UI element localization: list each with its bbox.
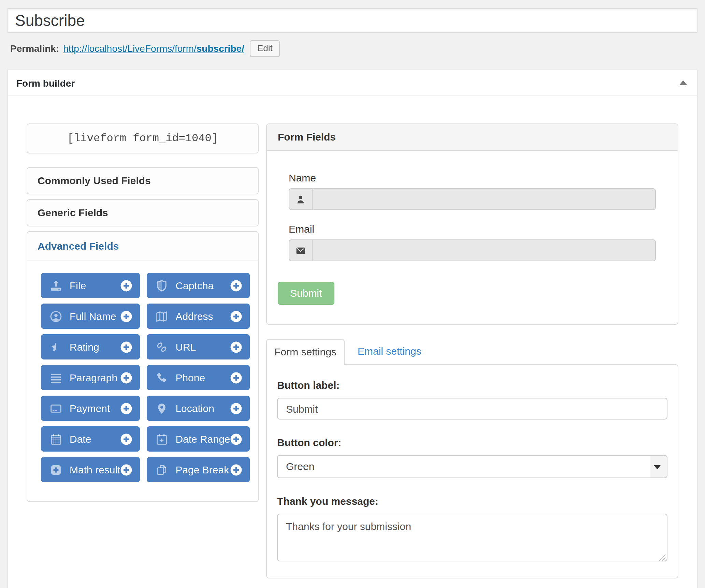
add-field-icon bbox=[230, 402, 243, 414]
section-advanced-fields: Advanced Fields File bbox=[27, 231, 259, 502]
add-field-icon bbox=[120, 371, 132, 384]
section-commonly-used-fields[interactable]: Commonly Used Fields bbox=[27, 167, 259, 194]
form-preview-column: Form Fields Name bbox=[266, 123, 678, 578]
permalink-link[interactable]: http://localhost/LiveForms/form/subscrib… bbox=[63, 43, 244, 54]
settings-tabs: Form settings Email settings bbox=[266, 338, 678, 364]
form-builder-header: Form builder bbox=[8, 70, 697, 96]
plus-square-icon bbox=[50, 464, 62, 476]
paragraph-lines-icon bbox=[50, 371, 62, 384]
tab-form-settings[interactable]: Form settings bbox=[266, 339, 345, 365]
phone-icon bbox=[156, 371, 168, 384]
thank-you-message-label: Thank you message: bbox=[277, 495, 667, 508]
button-color-select[interactable]: Green bbox=[277, 455, 667, 478]
section-commonly-used-fields-header[interactable]: Commonly Used Fields bbox=[27, 168, 258, 194]
collapse-toggle-icon[interactable] bbox=[679, 80, 687, 85]
field-button-math-result[interactable]: Math result bbox=[41, 457, 140, 482]
tab-email-settings[interactable]: Email settings bbox=[358, 338, 421, 364]
add-field-icon bbox=[120, 341, 132, 353]
field-button-captcha[interactable]: Captcha bbox=[147, 273, 250, 298]
add-field-icon bbox=[120, 279, 132, 292]
section-advanced-fields-header[interactable]: Advanced Fields bbox=[27, 232, 258, 261]
section-generic-fields[interactable]: Generic Fields bbox=[27, 199, 259, 226]
add-field-icon bbox=[230, 341, 243, 353]
admin-content: Permalink: http://localhost/LiveForms/fo… bbox=[0, 0, 705, 588]
field-button-date[interactable]: Date bbox=[41, 426, 140, 452]
resize-grip-icon[interactable] bbox=[659, 552, 666, 559]
field-button-page-break[interactable]: Page Break bbox=[147, 457, 250, 482]
calendar-icon bbox=[50, 433, 62, 445]
form-builder-postbox: Form builder [liveform form_id=1040] Com… bbox=[8, 70, 697, 588]
field-button-file[interactable]: File bbox=[41, 273, 140, 298]
add-field-icon bbox=[120, 310, 132, 322]
form-builder-title: Form builder bbox=[16, 77, 75, 88]
shortcode-box: [liveform form_id=1040] bbox=[27, 123, 259, 153]
button-label-input[interactable] bbox=[277, 398, 667, 420]
upload-icon bbox=[50, 279, 62, 292]
form-settings-panel: Button label: Button color: Green Thank … bbox=[266, 364, 678, 578]
field-button-rating[interactable]: Rating bbox=[41, 334, 140, 359]
field-button-url[interactable]: URL bbox=[147, 334, 250, 359]
add-field-icon bbox=[230, 464, 243, 476]
preview-field-name[interactable]: Name bbox=[289, 171, 656, 210]
shield-icon bbox=[156, 279, 168, 292]
button-color-label: Button color: bbox=[277, 436, 667, 450]
add-field-icon bbox=[230, 433, 243, 445]
name-field-input[interactable] bbox=[312, 188, 656, 210]
field-button-date-range[interactable]: Date Range bbox=[147, 426, 250, 452]
add-field-icon bbox=[120, 433, 132, 445]
person-icon bbox=[289, 188, 312, 210]
name-field-label: Name bbox=[289, 171, 656, 185]
add-field-icon bbox=[230, 279, 243, 292]
field-button-location[interactable]: Location bbox=[147, 396, 250, 421]
button-label-label: Button label: bbox=[277, 379, 667, 392]
user-circle-icon bbox=[50, 310, 62, 322]
add-field-icon bbox=[230, 310, 243, 322]
form-fields-list: Name Email bbox=[278, 162, 667, 261]
star-half-icon bbox=[50, 341, 62, 353]
thank-you-message-textarea[interactable]: Thanks for your submission bbox=[277, 514, 667, 561]
map-icon bbox=[156, 310, 168, 322]
form-fields-panel: Form Fields Name bbox=[266, 123, 678, 325]
preview-field-email[interactable]: Email bbox=[289, 222, 656, 261]
preview-submit-button[interactable]: Submit bbox=[278, 282, 334, 305]
form-fields-panel-title: Form Fields bbox=[267, 124, 678, 151]
edit-permalink-button[interactable]: Edit bbox=[250, 40, 280, 57]
field-button-phone[interactable]: Phone bbox=[147, 365, 250, 390]
permalink-label: Permalink: bbox=[10, 43, 59, 54]
add-field-icon bbox=[120, 464, 132, 476]
permalink-row: Permalink: http://localhost/LiveForms/fo… bbox=[10, 40, 697, 57]
add-field-icon bbox=[120, 402, 132, 414]
button-color-value: Green bbox=[286, 460, 314, 472]
advanced-fields-body: File Captcha bbox=[27, 261, 258, 501]
field-button-payment[interactable]: Payment bbox=[41, 396, 140, 421]
post-title-input[interactable] bbox=[8, 8, 697, 33]
email-field-label: Email bbox=[289, 222, 656, 236]
calendar-plus-icon bbox=[156, 433, 168, 445]
page-break-icon bbox=[156, 464, 168, 476]
field-button-address[interactable]: Address bbox=[147, 304, 250, 329]
field-button-paragraph[interactable]: Paragraph bbox=[41, 365, 140, 390]
chevron-down-icon bbox=[654, 465, 661, 469]
email-field-input[interactable] bbox=[312, 239, 656, 261]
map-pin-icon bbox=[156, 402, 168, 414]
add-field-icon bbox=[230, 371, 243, 384]
section-generic-fields-header[interactable]: Generic Fields bbox=[27, 200, 258, 226]
envelope-icon bbox=[289, 239, 312, 261]
field-palette-column: [liveform form_id=1040] Commonly Used Fi… bbox=[27, 123, 259, 507]
credit-card-icon bbox=[50, 402, 62, 414]
link-icon bbox=[156, 341, 168, 353]
field-button-full-name[interactable]: Full Name bbox=[41, 304, 140, 329]
